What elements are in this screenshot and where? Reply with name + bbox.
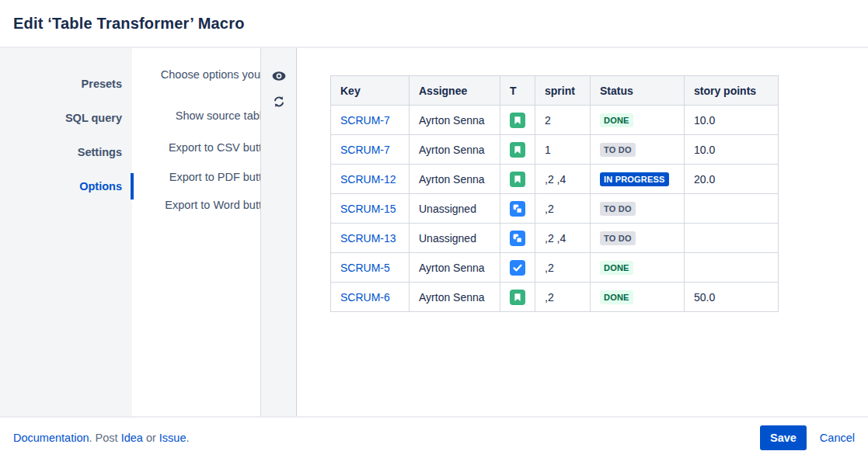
status-badge: IN PROGRESS bbox=[600, 172, 669, 186]
issue-key-link[interactable]: SCRUM-7 bbox=[340, 144, 390, 156]
dialog-header: Edit ‘Table Transformer’ Macro bbox=[0, 0, 868, 48]
task-icon bbox=[510, 260, 525, 276]
options-panel: Choose options you Show source tabl Expo… bbox=[132, 48, 260, 416]
idea-link[interactable]: Idea bbox=[121, 432, 143, 444]
assignee-cell: Ayrton Senna bbox=[410, 165, 500, 194]
footer-text: . bbox=[186, 432, 190, 444]
settings-sidebar: Presets SQL query Settings Options bbox=[0, 48, 132, 416]
status-badge: DONE bbox=[600, 113, 633, 127]
key-cell: SCRUM-5 bbox=[331, 253, 410, 283]
status-badge: TO DO bbox=[600, 202, 636, 216]
status-badge: TO DO bbox=[600, 143, 636, 157]
issue-link[interactable]: Issue bbox=[159, 432, 186, 444]
story-points-cell: 50.0 bbox=[685, 283, 779, 312]
status-cell: TO DO bbox=[591, 135, 685, 165]
column-header-story-points: story points bbox=[685, 76, 779, 106]
save-button[interactable]: Save bbox=[760, 425, 807, 450]
story-points-cell: 10.0 bbox=[685, 135, 779, 165]
table-row: SCRUM-15Unassigned,2TO DO bbox=[331, 194, 779, 224]
issue-key-link[interactable]: SCRUM-6 bbox=[340, 291, 390, 304]
table-row: SCRUM-13Unassigned,2 ,4TO DO bbox=[331, 224, 779, 253]
dialog-body: Presets SQL query Settings Options Choos… bbox=[0, 48, 868, 418]
status-cell: DONE bbox=[591, 283, 685, 312]
sidebar-item-presets[interactable]: Presets bbox=[0, 67, 132, 101]
status-badge: TO DO bbox=[600, 231, 636, 245]
subtask-icon bbox=[510, 231, 525, 246]
assignee-cell: Unassigned bbox=[410, 194, 500, 224]
table-row: SCRUM-7Ayrton Senna2DONE10.0 bbox=[331, 106, 779, 135]
status-cell: TO DO bbox=[591, 224, 685, 253]
status-cell: IN PROGRESS bbox=[591, 165, 685, 194]
issue-key-link[interactable]: SCRUM-12 bbox=[340, 173, 396, 186]
option-label-show-source-table: Show source tabl bbox=[176, 109, 260, 122]
story-points-cell bbox=[685, 253, 779, 283]
key-cell: SCRUM-15 bbox=[331, 194, 410, 224]
story-points-cell bbox=[685, 194, 779, 224]
issue-key-link[interactable]: SCRUM-5 bbox=[340, 262, 390, 274]
key-cell: SCRUM-6 bbox=[331, 283, 410, 312]
column-header-key: Key bbox=[331, 76, 410, 106]
key-cell: SCRUM-13 bbox=[331, 224, 410, 253]
issue-type-cell bbox=[500, 135, 535, 165]
assignee-cell: Ayrton Senna bbox=[410, 283, 500, 312]
key-cell: SCRUM-7 bbox=[331, 106, 410, 135]
refresh-icon[interactable] bbox=[271, 94, 287, 109]
issue-key-link[interactable]: SCRUM-13 bbox=[340, 232, 396, 245]
footer-text: . Post bbox=[89, 432, 121, 444]
issue-key-link[interactable]: SCRUM-15 bbox=[340, 203, 396, 215]
assignee-cell: Unassigned bbox=[410, 224, 500, 253]
documentation-link[interactable]: Documentation bbox=[13, 432, 89, 444]
column-header-sprint: sprint bbox=[535, 76, 591, 106]
story-points-cell: 20.0 bbox=[685, 165, 779, 194]
issue-type-cell bbox=[500, 283, 535, 312]
issue-type-cell bbox=[500, 194, 535, 224]
cancel-button[interactable]: Cancel bbox=[820, 432, 855, 444]
sidebar-item-settings[interactable]: Settings bbox=[0, 135, 132, 169]
option-label-export-csv: Export to CSV butt bbox=[169, 141, 260, 154]
subtask-icon bbox=[510, 201, 525, 217]
column-header-assignee: Assignee bbox=[410, 76, 500, 106]
issue-type-cell bbox=[500, 106, 535, 135]
dialog-title: Edit ‘Table Transformer’ Macro bbox=[13, 15, 245, 33]
sprint-cell: ,2 ,4 bbox=[535, 165, 591, 194]
table-row: SCRUM-12Ayrton Senna,2 ,4IN PROGRESS20.0 bbox=[331, 165, 779, 194]
assignee-cell: Ayrton Senna bbox=[410, 253, 500, 283]
dialog-footer: Documentation. Post Idea or Issue. Save … bbox=[0, 418, 868, 458]
sprint-cell: ,2 ,4 bbox=[535, 224, 591, 253]
table-header: KeyAssigneeTsprintStatusstory points bbox=[331, 76, 779, 106]
table-row: SCRUM-6Ayrton Senna,2DONE50.0 bbox=[331, 283, 779, 312]
sprint-cell: ,2 bbox=[535, 283, 591, 312]
status-cell: DONE bbox=[591, 253, 685, 283]
key-cell: SCRUM-12 bbox=[331, 165, 410, 194]
key-cell: SCRUM-7 bbox=[331, 135, 410, 165]
preview-toolbar bbox=[260, 48, 297, 416]
assignee-cell: Ayrton Senna bbox=[410, 106, 500, 135]
issue-type-cell bbox=[500, 165, 535, 194]
issue-key-link[interactable]: SCRUM-7 bbox=[340, 114, 390, 127]
sidebar-item-options[interactable]: Options bbox=[0, 169, 132, 203]
story-icon bbox=[510, 172, 525, 187]
issues-preview-table: KeyAssigneeTsprintStatusstory points SCR… bbox=[330, 75, 779, 312]
eye-icon[interactable] bbox=[271, 68, 287, 84]
sprint-cell: ,2 bbox=[535, 194, 591, 224]
table-row: SCRUM-5Ayrton Senna,2DONE bbox=[331, 253, 779, 283]
preview-area: KeyAssigneeTsprintStatusstory points SCR… bbox=[297, 48, 868, 416]
option-label-export-word: Export to Word butt bbox=[165, 199, 260, 211]
macro-edit-dialog: Edit ‘Table Transformer’ Macro Presets S… bbox=[0, 0, 868, 458]
story-points-cell: 10.0 bbox=[685, 106, 779, 135]
sprint-cell: ,2 bbox=[535, 253, 591, 283]
status-badge: DONE bbox=[600, 261, 633, 275]
story-icon bbox=[510, 142, 525, 158]
column-header-t: T bbox=[500, 76, 535, 106]
status-cell: TO DO bbox=[591, 194, 685, 224]
issue-type-cell bbox=[500, 253, 535, 283]
status-cell: DONE bbox=[591, 106, 685, 135]
story-icon bbox=[510, 290, 525, 305]
footer-text: or bbox=[143, 432, 159, 444]
sprint-cell: 2 bbox=[535, 106, 591, 135]
sidebar-item-sql-query[interactable]: SQL query bbox=[0, 101, 132, 135]
options-panel-heading: Choose options you bbox=[161, 68, 260, 81]
option-label-export-pdf: Export to PDF butt bbox=[169, 171, 260, 183]
story-points-cell bbox=[685, 224, 779, 253]
column-header-status: Status bbox=[591, 76, 685, 106]
